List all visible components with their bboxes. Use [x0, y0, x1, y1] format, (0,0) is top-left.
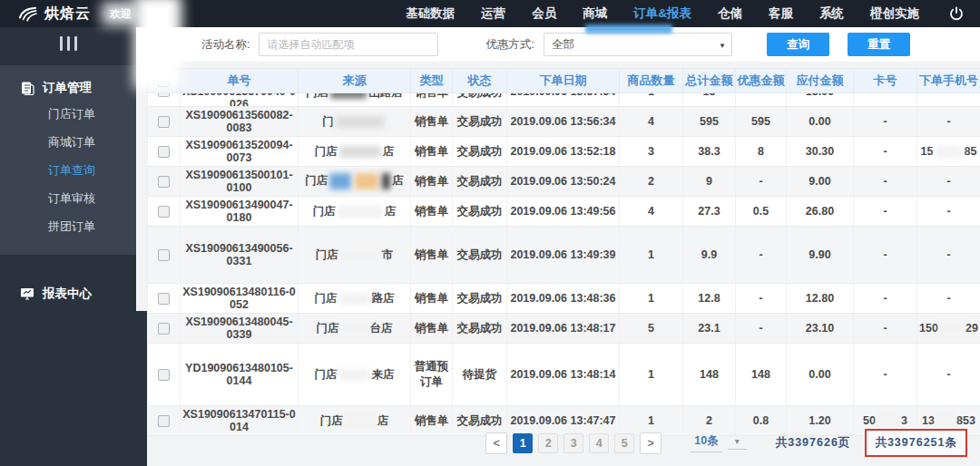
redaction-blur — [382, 173, 390, 189]
page-button-5[interactable]: 5 — [614, 433, 634, 453]
search-button[interactable]: 查询 — [767, 33, 829, 56]
col-status: 状态 — [453, 69, 507, 93]
col-total: 总计金额 — [683, 69, 736, 93]
discount-method-value: 全部 — [552, 37, 574, 53]
redaction-blur — [936, 146, 963, 158]
redaction-blur — [341, 323, 368, 335]
activity-name-label: 活动名称: — [201, 37, 250, 53]
row-checkbox[interactable] — [158, 293, 170, 305]
total-pages-text: 共3397626页 — [776, 435, 851, 451]
redaction-blur — [340, 249, 380, 261]
col-payable: 应付金额 — [787, 69, 854, 93]
sidebar-item-store-orders[interactable]: 门店订单 — [0, 100, 136, 128]
select-all-header — [148, 69, 181, 93]
page-size-select[interactable]: 10条 — [691, 433, 721, 452]
collapse-menu-icon[interactable] — [0, 36, 136, 51]
row-checkbox[interactable] — [158, 206, 170, 218]
redaction-blur — [936, 415, 955, 427]
sidebar-group-title[interactable]: 报表中心 — [0, 282, 136, 306]
row-checkbox[interactable] — [158, 116, 170, 128]
nav-item-warehouse[interactable]: 仓储 — [718, 5, 742, 22]
page-button-2[interactable]: 2 — [538, 433, 558, 453]
table-row: XS19090613480116-0052 门店路店 销售单 交易成功 2019… — [148, 284, 980, 314]
col-card: 卡号 — [854, 69, 917, 93]
next-page-button[interactable]: > — [640, 432, 662, 454]
redaction-blur — [355, 173, 378, 189]
redaction-blur — [339, 369, 370, 381]
prev-page-button[interactable]: < — [485, 432, 507, 454]
col-discount: 优惠金额 — [736, 69, 787, 93]
table-row: XS19090613500101-0100 门店店 销售单 交易成功 2019.… — [148, 167, 980, 197]
nav-item-orders-reports[interactable]: 订单&报表 — [633, 5, 691, 22]
select-arrow-icon: ▼ — [719, 42, 726, 50]
power-icon[interactable] — [949, 6, 964, 21]
page-button-1[interactable]: 1 — [513, 433, 533, 453]
nav-item-implementation[interactable]: 橙创实施 — [870, 5, 919, 22]
sidebar-item-order-audit[interactable]: 订单审核 — [0, 184, 136, 212]
clipboard-icon — [20, 81, 34, 95]
nav-item-mall[interactable]: 商城 — [583, 5, 607, 22]
monitor-chart-icon — [20, 286, 34, 301]
row-checkbox[interactable] — [158, 369, 170, 381]
reset-button[interactable]: 重置 — [848, 33, 910, 56]
col-phone: 下单手机号 — [917, 69, 980, 93]
nav-item-service[interactable]: 客服 — [769, 5, 793, 22]
page-button-3[interactable]: 3 — [564, 433, 583, 453]
main-nav: 基础数据 运营 会员 商城 订单&报表 仓储 客服 系统 橙创实施 — [406, 5, 980, 22]
sidebar-item-order-query[interactable]: 订单查询 — [0, 156, 136, 184]
col-date: 下单日期 — [507, 69, 620, 93]
discount-method-select[interactable]: 全部 ▼ — [544, 33, 732, 56]
sidebar-group-label: 报表中心 — [43, 286, 92, 302]
chevron-down-icon[interactable]: ▾ — [728, 436, 747, 450]
fan-leaf-logo-icon — [18, 5, 38, 22]
col-type: 类型 — [411, 69, 453, 93]
sidebar-item-mall-orders[interactable]: 商城订单 — [0, 128, 136, 156]
filter-bar: 活动名称: 优惠方式: 全部 ▼ 查询 重置 — [136, 27, 980, 62]
sidebar-group-report-center: 报表中心 — [0, 282, 136, 306]
activity-name-input[interactable] — [259, 33, 438, 56]
select-all-checkbox[interactable] — [158, 75, 170, 87]
welcome-text: 欢迎 — [110, 6, 132, 22]
row-checkbox[interactable] — [158, 176, 170, 188]
nav-item-base-data[interactable]: 基础数据 — [406, 5, 455, 22]
table-header-row: 单号 来源 类型 状态 下单日期 商品数量 总计金额 优惠金额 应付金额 卡号 … — [148, 69, 980, 93]
redaction-blur — [336, 116, 385, 128]
discount-method-label: 优惠方式: — [485, 37, 534, 53]
table-row: YD19090613480105-0144 门店来店 普通预订单 待提货 201… — [148, 344, 980, 406]
sidebar-group-order-management: 订单管理 门店订单 商城订单 订单查询 订单审核 拼团订单 — [0, 65, 136, 255]
redaction-blur — [877, 415, 899, 427]
sidebar-group-label: 订单管理 — [43, 80, 92, 96]
nav-item-operations[interactable]: 运营 — [481, 5, 505, 22]
total-records-highlighted: 共33976251条 — [865, 429, 967, 457]
row-checkbox[interactable] — [158, 323, 170, 335]
table-row: XS19090613490047-0180 门店店 销售单 交易成功 2019.… — [148, 197, 980, 227]
table-row: XS19090613520094-0073 门店店 销售单 交易成功 2019.… — [148, 137, 980, 167]
row-checkbox[interactable] — [158, 93, 170, 98]
redaction-blur — [330, 93, 367, 100]
col-qty: 商品数量 — [620, 69, 683, 93]
app-window: 烘焙云 欢迎 基础数据 运营 会员 商城 订单&报表 仓储 客服 系统 橙创实施 — [0, 0, 980, 466]
table-row: XS19090613490056-0331 门店市 销售单 交易成功 2019.… — [148, 227, 980, 284]
redaction-blur — [339, 293, 370, 305]
redaction-blur — [338, 206, 383, 218]
table-row: XS19090613480045-0339 门店台店 销售单 交易成功 2019… — [148, 314, 980, 344]
nav-item-system[interactable]: 系统 — [819, 5, 844, 22]
row-checkbox[interactable] — [158, 146, 170, 158]
orders-table: 单号 来源 类型 状态 下单日期 商品数量 总计金额 优惠金额 应付金额 卡号 … — [147, 68, 980, 436]
nav-item-members[interactable]: 会员 — [532, 5, 556, 22]
table-row: XS19090613560082-0083 门 销售单 交易成功 2019.09… — [148, 107, 980, 137]
table-row: XS19090613570049-0026 门店山路店 销售单 交易成功 201… — [148, 93, 980, 107]
top-navbar: 烘焙云 欢迎 基础数据 运营 会员 商城 订单&报表 仓储 客服 系统 橙创实施 — [0, 0, 980, 27]
redaction-blur — [339, 146, 381, 158]
main-content: 活动名称: 优惠方式: 全部 ▼ 查询 重置 单号 — [136, 27, 980, 466]
redaction-blur — [329, 173, 351, 189]
redaction-blur — [345, 415, 376, 427]
sidebar-group-title[interactable]: 订单管理 — [0, 76, 136, 100]
pagination: < 1 2 3 4 5 > 10条 ▾ 共3397626页 共33976251条 — [485, 429, 967, 457]
sidebar-item-group-orders[interactable]: 拼团订单 — [0, 212, 136, 240]
app-title: 烘焙云 — [44, 5, 91, 24]
col-source: 来源 — [299, 69, 411, 93]
row-checkbox[interactable] — [158, 249, 170, 261]
page-button-4[interactable]: 4 — [589, 433, 609, 453]
row-checkbox[interactable] — [158, 415, 170, 427]
